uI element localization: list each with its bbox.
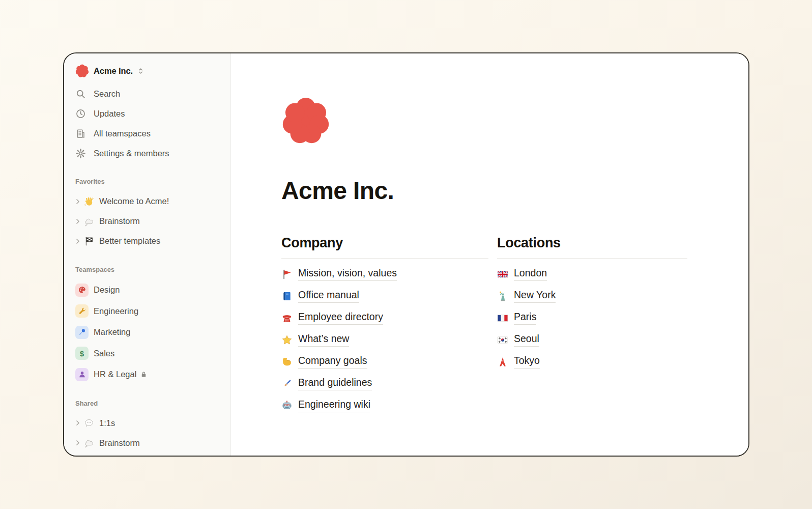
teamspaces-section-label: Teamspaces — [64, 265, 230, 274]
palette-icon — [78, 286, 86, 294]
page-link-label: What’s new — [298, 333, 349, 347]
gear-icon — [75, 148, 86, 159]
person-icon — [78, 370, 86, 379]
sidebar-item-teamspace-engineering[interactable]: Engineering — [64, 301, 230, 322]
page-link-label: Company goals — [298, 355, 367, 369]
paintbrush-icon — [281, 378, 293, 389]
company-column: Company Mission, vision, values Office m… — [281, 235, 488, 416]
sidebar: Acme Inc. Search Updates All teamspaces … — [64, 53, 231, 456]
page-link-label: London — [514, 267, 547, 281]
workspace-name: Acme Inc. — [94, 66, 133, 76]
sidebar-item-brainstorm-favorite[interactable]: Brainstorm — [64, 211, 230, 231]
sidebar-item-label: 1:1s — [99, 418, 115, 428]
flag-icon — [281, 269, 293, 280]
chevron-right-icon[interactable] — [74, 238, 81, 245]
chevron-right-icon[interactable] — [74, 419, 81, 427]
clock-icon — [75, 108, 86, 119]
sidebar-item-teamspace-design[interactable]: Design — [64, 279, 230, 301]
lock-icon — [140, 371, 148, 378]
statue-of-liberty-icon — [497, 291, 508, 302]
page-link-label: Seoul — [514, 333, 539, 347]
sidebar-item-all-teamspaces[interactable]: All teamspaces — [64, 124, 230, 144]
sidebar-item-label: Settings & members — [94, 149, 169, 158]
sidebar-item-label: Marketing — [94, 327, 130, 337]
design-teamspace-avatar — [75, 284, 89, 297]
wrench-icon — [78, 307, 86, 316]
favorites-section-label: Favorites — [64, 177, 230, 186]
tokyo-tower-icon — [497, 356, 508, 367]
chevron-right-icon[interactable] — [74, 218, 81, 225]
engineering-teamspace-avatar — [75, 304, 89, 318]
page-link-employee-directory[interactable]: Employee directory — [281, 307, 488, 329]
marketing-teamspace-avatar — [75, 326, 89, 339]
page-logo-blob[interactable] — [281, 97, 330, 146]
page-link-label: Engineering wiki — [298, 399, 370, 412]
robot-icon — [281, 400, 293, 411]
page-link-mission-vision-values[interactable]: Mission, vision, values — [281, 263, 488, 285]
chevron-right-icon[interactable] — [74, 439, 81, 446]
page-link-office-manual[interactable]: Office manual — [281, 285, 488, 307]
wave-icon — [84, 196, 94, 207]
sidebar-item-better-templates[interactable]: Better templates — [64, 231, 230, 251]
page-link-label: New York — [514, 289, 556, 303]
page-columns: Company Mission, vision, values Office m… — [281, 235, 748, 416]
sidebar-item-label: Welcome to Acme! — [99, 196, 169, 206]
dollar-icon: $ — [78, 349, 86, 358]
workspace-switcher[interactable]: Acme Inc. — [64, 64, 230, 78]
red-phone-icon — [281, 313, 293, 324]
app-window: Acme Inc. Search Updates All teamspaces … — [63, 52, 749, 457]
sidebar-item-teamspace-sales[interactable]: $ Sales — [64, 343, 230, 364]
page-link-label: Paris — [514, 311, 536, 325]
south-korea-flag-icon — [497, 334, 508, 346]
sidebar-item-updates[interactable]: Updates — [64, 104, 230, 124]
thought-cloud-icon — [84, 438, 94, 448]
page-link-label: Mission, vision, values — [298, 267, 397, 281]
sidebar-item-1-1s[interactable]: 1:1s — [64, 413, 230, 433]
sidebar-item-label: Better templates — [99, 236, 160, 246]
locations-column: Locations London New York Paris — [497, 235, 687, 416]
page-link-label: Brand guidelines — [298, 377, 372, 390]
sidebar-item-brainstorm-shared[interactable]: Brainstorm — [64, 433, 230, 453]
page-link-label: Office manual — [298, 289, 359, 303]
page-link-brand-guidelines[interactable]: Brand guidelines — [281, 373, 488, 394]
blue-book-icon — [281, 291, 293, 302]
page-link-london[interactable]: London — [497, 263, 687, 285]
page-link-company-goals[interactable]: Company goals — [281, 351, 488, 373]
speech-bubble-icon — [84, 418, 94, 428]
search-icon — [75, 89, 86, 99]
flexed-biceps-icon — [281, 356, 293, 367]
sidebar-item-label: Brainstorm — [99, 216, 140, 226]
sidebar-item-search[interactable]: Search — [64, 84, 230, 104]
page-title: Acme Inc. — [281, 177, 748, 205]
building-icon — [75, 128, 86, 139]
page-content: Acme Inc. Company Mission, vision, value… — [231, 53, 748, 456]
sidebar-item-teamspace-hr-legal[interactable]: HR & Legal — [64, 364, 230, 385]
star-icon — [281, 334, 293, 346]
checkered-flag-icon — [84, 236, 94, 246]
sidebar-item-label: Engineering — [94, 306, 138, 316]
workspace-logo-icon — [75, 64, 89, 78]
sidebar-item-welcome-to-acme[interactable]: Welcome to Acme! — [64, 191, 230, 211]
page-link-tokyo[interactable]: Tokyo — [497, 351, 687, 373]
sidebar-item-label: Sales — [94, 349, 114, 358]
sidebar-item-settings-members[interactable]: Settings & members — [64, 144, 230, 163]
page-link-engineering-wiki[interactable]: Engineering wiki — [281, 394, 488, 416]
page-link-label: Tokyo — [514, 355, 540, 369]
thought-cloud-icon — [84, 216, 94, 227]
uk-flag-icon — [497, 269, 508, 280]
page-link-seoul[interactable]: Seoul — [497, 329, 687, 351]
chevron-right-icon[interactable] — [74, 198, 81, 205]
sidebar-item-teamspace-marketing[interactable]: Marketing — [64, 322, 230, 343]
push-pin-icon — [78, 328, 86, 336]
sidebar-item-label: HR & Legal — [94, 370, 136, 379]
france-flag-icon — [497, 313, 508, 324]
page-link-paris[interactable]: Paris — [497, 307, 687, 329]
page-link-whats-new[interactable]: What’s new — [281, 329, 488, 351]
company-heading: Company — [281, 235, 488, 259]
locations-heading: Locations — [497, 235, 687, 259]
sidebar-item-label: Brainstorm — [99, 438, 140, 448]
page-link-label: Employee directory — [298, 311, 383, 325]
workspace-switcher-icon — [137, 67, 144, 75]
page-link-new-york[interactable]: New York — [497, 285, 687, 307]
hr-legal-teamspace-avatar — [75, 368, 89, 381]
